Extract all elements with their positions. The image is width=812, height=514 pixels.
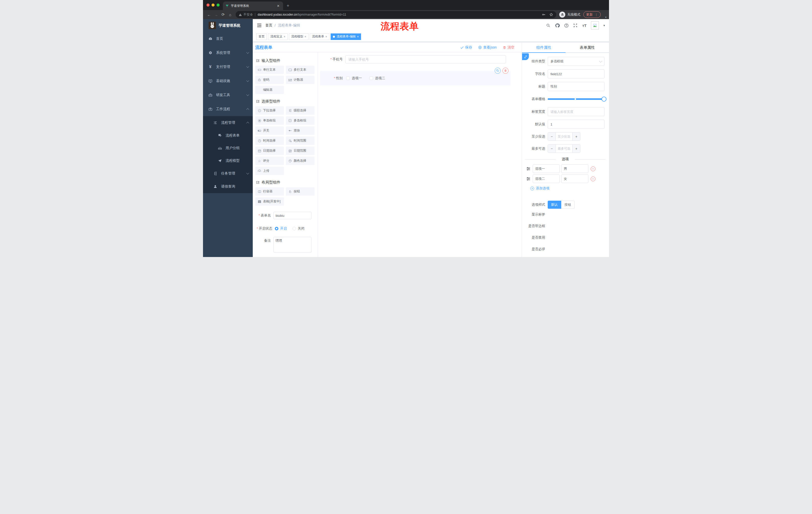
component-item-text-input[interactable]: 单行文本 bbox=[255, 65, 284, 74]
close-window-button[interactable] bbox=[206, 3, 209, 6]
title-input[interactable] bbox=[548, 82, 605, 91]
tag-home[interactable]: 首页 bbox=[256, 33, 267, 40]
slider-handle[interactable] bbox=[602, 97, 607, 102]
component-item-color-picker[interactable]: 颜色选择 bbox=[286, 157, 315, 165]
reload-icon[interactable]: ⟳ bbox=[220, 12, 227, 17]
user-menu-caret-icon[interactable]: ▼ bbox=[603, 24, 606, 27]
password-key-icon[interactable] bbox=[542, 12, 546, 17]
sidebar-item-workflow[interactable]: 工作流程 bbox=[203, 102, 253, 116]
sidebar-item-task-mgmt[interactable]: 任务管理 bbox=[203, 167, 253, 180]
drag-handle-icon[interactable] bbox=[526, 166, 531, 171]
delete-component-button[interactable] bbox=[502, 67, 509, 74]
fullscreen-icon[interactable] bbox=[573, 23, 578, 28]
sidebar-item-infra[interactable]: 基础设施 bbox=[203, 74, 253, 88]
remove-option-button[interactable]: − bbox=[591, 177, 596, 181]
view-json-button[interactable]: 查看json bbox=[478, 45, 497, 50]
avatar[interactable] bbox=[591, 21, 599, 29]
component-item-switch[interactable]: 开关 bbox=[255, 127, 284, 135]
component-item-checkbox-group[interactable]: 多选框组 bbox=[286, 116, 315, 125]
label-width-input[interactable] bbox=[548, 107, 605, 116]
component-item-table[interactable]: 表格[开发中] bbox=[255, 197, 284, 206]
help-icon[interactable] bbox=[564, 23, 569, 28]
form-name-input[interactable] bbox=[273, 212, 312, 219]
tag-close-icon[interactable]: × bbox=[304, 35, 306, 38]
home-icon[interactable]: ⌂ bbox=[227, 12, 234, 17]
component-item-time-range[interactable]: 时间范围 bbox=[286, 137, 315, 145]
chrome-dropdown-caret-icon[interactable]: ▼ bbox=[605, 16, 607, 19]
font-size-icon[interactable]: ᴛT bbox=[582, 23, 587, 28]
remove-option-button[interactable]: − bbox=[591, 166, 596, 171]
search-icon[interactable] bbox=[546, 23, 551, 28]
clear-button[interactable]: 清空 bbox=[503, 45, 515, 50]
address-bar[interactable]: 不安全 dashboard.yudao.iocoder.cn /bpm/mana… bbox=[236, 11, 556, 18]
sidebar-collapse-icon[interactable] bbox=[257, 23, 262, 28]
add-option-button[interactable]: + 添加选项 bbox=[522, 186, 609, 191]
github-icon[interactable] bbox=[555, 23, 560, 28]
bookmark-star-icon[interactable] bbox=[549, 12, 553, 17]
component-item-password[interactable]: 密码 bbox=[255, 76, 284, 84]
traffic-lights[interactable] bbox=[206, 3, 220, 6]
gender-option1-checkbox[interactable]: 选项一 bbox=[346, 76, 362, 80]
min-checked-input[interactable] bbox=[556, 133, 572, 141]
tag-process-definition[interactable]: 流程定义× bbox=[268, 33, 288, 40]
form-grid-slider[interactable] bbox=[548, 94, 606, 104]
component-item-date-range[interactable]: 日期范围 bbox=[286, 146, 315, 155]
tab-close-icon[interactable]: ✕ bbox=[276, 4, 281, 8]
max-checked-input[interactable] bbox=[556, 144, 572, 153]
component-item-radio-group[interactable]: 单选框组 bbox=[255, 116, 284, 125]
component-item-editor[interactable]: 编辑器 bbox=[255, 86, 284, 94]
status-off-radio[interactable]: 关闭 bbox=[292, 226, 304, 231]
minimize-window-button[interactable] bbox=[211, 3, 214, 6]
component-item-upload[interactable]: 上传 bbox=[255, 167, 284, 175]
component-type-select[interactable]: 多选框组 bbox=[548, 57, 605, 66]
component-item-select[interactable]: 下拉选择 bbox=[255, 106, 284, 115]
option1-label-input[interactable] bbox=[533, 164, 560, 173]
component-item-slider[interactable]: 滑块 bbox=[286, 127, 315, 135]
minus-button[interactable]: − bbox=[548, 144, 556, 153]
tag-process-model[interactable]: 流程模型× bbox=[289, 33, 309, 40]
tag-process-form-edit[interactable]: 流程表单-编辑× bbox=[330, 33, 361, 40]
component-item-time-picker[interactable]: 时间选择 bbox=[255, 137, 284, 145]
option2-value-input[interactable] bbox=[561, 174, 588, 183]
option2-label-input[interactable] bbox=[533, 174, 560, 183]
form-remark-textarea[interactable]: 嘿嘿 bbox=[273, 237, 312, 252]
field-name-input[interactable] bbox=[548, 70, 605, 78]
style-default-button[interactable]: 默认 bbox=[548, 201, 561, 209]
canvas-field-phone[interactable]: *手机号 bbox=[320, 55, 506, 63]
sidebar-item-home[interactable]: 首页 bbox=[203, 32, 253, 46]
sidebar-item-process-form[interactable]: 流程表单 bbox=[203, 129, 253, 142]
canvas-field-gender-selected[interactable]: *性别 选项一 选项二 bbox=[320, 71, 511, 85]
component-item-row-container[interactable]: 行容器 bbox=[255, 187, 284, 196]
phone-input[interactable] bbox=[345, 55, 506, 63]
form-canvas[interactable]: *手机号 *性别 选项一 选项二 bbox=[318, 52, 522, 257]
tag-close-icon[interactable]: × bbox=[357, 35, 359, 38]
option1-value-input[interactable] bbox=[561, 164, 588, 173]
new-tab-button[interactable]: + bbox=[287, 1, 289, 10]
back-icon[interactable]: ← bbox=[205, 12, 212, 17]
sidebar-item-devtools[interactable]: 研发工具 bbox=[203, 88, 253, 102]
sidebar-item-process-model[interactable]: 流程模型 bbox=[203, 154, 253, 167]
component-item-button[interactable]: 按钮 bbox=[286, 187, 315, 196]
sidebar-item-leave-query[interactable]: 请假查询 bbox=[203, 180, 253, 193]
tab-component-props[interactable]: 组件属性 bbox=[522, 43, 566, 53]
chrome-update-button[interactable]: 更新 ⋮ bbox=[583, 11, 601, 18]
breadcrumb-home[interactable]: 首页 bbox=[265, 23, 272, 28]
component-item-date-picker[interactable]: 日期选择 bbox=[255, 146, 284, 155]
drag-handle-icon[interactable] bbox=[526, 177, 531, 181]
minus-button[interactable]: − bbox=[548, 133, 556, 141]
plus-button[interactable]: + bbox=[572, 133, 580, 141]
plus-button[interactable]: + bbox=[572, 144, 580, 153]
chrome-menu-icon[interactable]: ⋮ bbox=[595, 13, 598, 17]
forward-icon[interactable]: → bbox=[212, 12, 220, 17]
tag-close-icon[interactable]: × bbox=[284, 35, 285, 38]
sidebar-item-process-mgmt[interactable]: 流程管理 bbox=[203, 116, 253, 129]
save-button[interactable]: 保存 bbox=[460, 45, 472, 50]
copy-component-button[interactable] bbox=[495, 67, 501, 74]
maximize-window-button[interactable] bbox=[216, 3, 220, 6]
gender-option2-checkbox[interactable]: 选项二 bbox=[370, 76, 385, 80]
style-button-button[interactable]: 按钮 bbox=[561, 201, 575, 209]
component-item-cascader[interactable]: 级联选择 bbox=[286, 106, 315, 115]
sidebar-item-payment[interactable]: ¥ 支付管理 bbox=[203, 60, 253, 74]
component-item-counter[interactable]: 123 计数器 bbox=[286, 76, 315, 84]
component-item-textarea[interactable]: 多行文本 bbox=[286, 65, 315, 74]
